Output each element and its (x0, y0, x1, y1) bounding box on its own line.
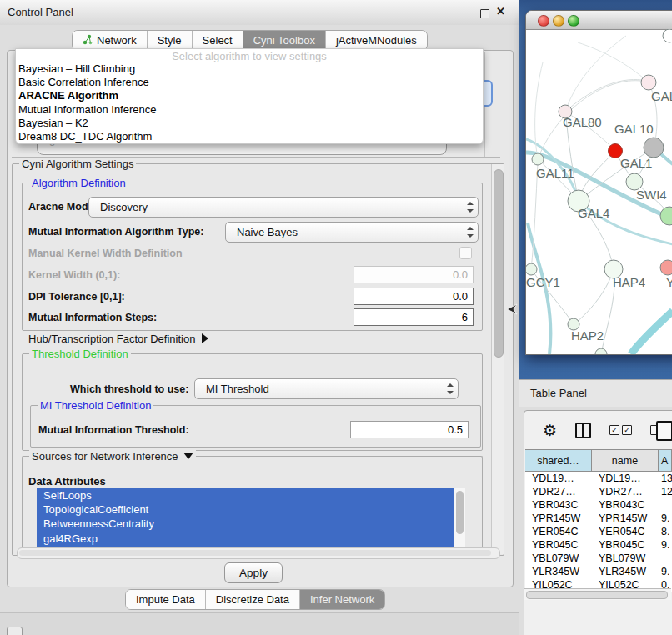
hub-definition-toggle[interactable]: Hub/Transcription Factor Definition (28, 332, 208, 345)
sources-group-title[interactable]: Sources for Network Inference (29, 450, 196, 462)
control-panel-tabbar: Network Style Select Cyni Toolbox jActiv… (0, 25, 519, 50)
table-cell: YBR045C (525, 538, 592, 552)
dropdown-item[interactable]: Bayesian – Hill Climbing (16, 62, 483, 76)
dropdown-item[interactable]: Bayesian – K2 (16, 117, 483, 130)
network-edge (576, 269, 614, 322)
table-cell: YPR145W (525, 512, 592, 525)
network-icon (83, 34, 93, 48)
table-row[interactable]: YBL079WYBL079W (525, 552, 672, 565)
application-window: Control Panel ✕ Network Style Select Cyn… (0, 0, 672, 635)
which-threshold-combo[interactable]: MI Threshold (194, 378, 459, 399)
aracne-mode-combo[interactable]: Discovery (88, 197, 479, 218)
list-item[interactable]: BetweennessCentrality (37, 517, 465, 531)
docked-panel-icon[interactable] (7, 627, 23, 635)
network-node[interactable] (526, 263, 537, 275)
tab-infer-network[interactable]: Infer Network (300, 590, 384, 609)
bottom-strip (0, 612, 519, 635)
dropdown-item[interactable]: Basic Correlation Inference (16, 76, 483, 89)
settings-scrollbar-thumb[interactable] (494, 169, 504, 358)
horizontal-scrollbar-thumb[interactable] (19, 550, 491, 556)
tab-network[interactable]: Network (73, 31, 148, 50)
apply-button[interactable]: Apply (224, 562, 283, 583)
table-row[interactable]: YDL19…YDL19…13 (525, 472, 672, 485)
dropdown-item[interactable]: Dream8 DC_TDC Algorithm (16, 130, 483, 143)
checked-box-icon: ✓ (622, 425, 632, 435)
dropdown-item-selected[interactable]: ARACNE Algorithm (16, 89, 483, 102)
list-item[interactable]: gal4RGexp (37, 532, 465, 546)
table-row[interactable]: YBR045CYBR045C9. (525, 538, 672, 552)
kernel-width-input[interactable]: 0.0 (354, 266, 474, 283)
dropdown-hint: Select algorithm to view settings (16, 50, 483, 62)
close-icon[interactable]: ✕ (496, 5, 505, 18)
zoom-window-icon[interactable] (568, 15, 579, 27)
tab-cyni-toolbox[interactable]: Cyni Toolbox (243, 31, 326, 50)
settings-gear-icon[interactable]: ⚙ (543, 421, 557, 440)
network-node[interactable] (644, 138, 664, 158)
network-node[interactable] (595, 348, 607, 354)
tab-network-label: Network (97, 34, 137, 47)
network-node[interactable] (532, 153, 544, 165)
network-node[interactable] (641, 75, 656, 90)
network-edge (565, 80, 646, 112)
aracne-mode-value: Discovery (89, 201, 463, 213)
column-layout-icon[interactable] (575, 422, 591, 438)
network-window-titlebar[interactable] (526, 11, 672, 30)
mi-type-value: Naive Bayes (226, 226, 463, 238)
table-row[interactable]: YER054CYER054C8. (525, 525, 672, 538)
list-item[interactable]: SelfLoops (37, 488, 465, 502)
expand-right-icon (202, 333, 208, 343)
table-row[interactable]: YPR145WYPR145W9. (525, 512, 672, 525)
tab-jactivemnodules[interactable]: jActiveMNodules (326, 31, 427, 50)
table-scrollbar-thumb[interactable] (526, 591, 668, 599)
tab-impute-data[interactable]: Impute Data (126, 590, 206, 609)
mi-type-combo[interactable]: Naive Bayes (225, 222, 479, 242)
table-cell (659, 498, 672, 512)
list-item[interactable]: TopologicalCoefficient (37, 502, 465, 517)
dropdown-item[interactable]: Mutual Information Inference (16, 103, 483, 117)
dpi-tolerance-input[interactable]: 0.0 (354, 288, 474, 305)
minimize-window-icon[interactable] (553, 15, 564, 27)
table-panel-title: Table Panel (530, 387, 587, 399)
table-cell: YBR045C (592, 538, 659, 552)
aracne-mode-label: Aracne Mode: (28, 201, 98, 212)
table-cell: YER054C (525, 525, 592, 538)
select-all-checkboxes-icon[interactable]: ✓ ✓ (609, 425, 632, 435)
which-threshold-label: Which threshold to use: (70, 383, 188, 395)
column-header-shared-name[interactable]: shared… (525, 450, 592, 471)
node-label: HAP4 (613, 275, 645, 289)
tab-discretize-data[interactable]: Discretize Data (206, 590, 300, 609)
float-panel-icon[interactable] (480, 9, 489, 18)
list-scrollbar-thumb[interactable] (456, 491, 464, 534)
network-node[interactable] (660, 260, 672, 275)
table-cell (659, 552, 672, 565)
tab-select[interactable]: Select (193, 31, 243, 50)
column-header-name[interactable]: name (592, 450, 659, 471)
table-row[interactable]: YBR043CYBR043C (525, 498, 672, 512)
tab-style[interactable]: Style (148, 31, 193, 50)
network-node[interactable] (663, 29, 672, 42)
close-window-icon[interactable] (538, 15, 549, 27)
mouse-cursor (505, 302, 519, 316)
table-row[interactable]: YLR345WYLR345W9. (525, 565, 672, 578)
network-node[interactable] (660, 207, 672, 225)
settings-scrollbar[interactable] (491, 164, 504, 554)
mi-steps-input[interactable]: 6 (354, 308, 474, 326)
data-attributes-label: Data Attributes (28, 475, 106, 488)
settings-horizontal-scrollbar[interactable] (17, 548, 500, 559)
function-builder-icon[interactable] (656, 421, 672, 441)
column-header-clipped[interactable]: A (659, 450, 672, 471)
data-attributes-list[interactable]: SelfLoops TopologicalCoefficient Between… (37, 488, 465, 547)
table-cell: YBR043C (525, 498, 592, 512)
table-row[interactable]: YDR27…YDR27…12 (525, 485, 672, 498)
list-scrollbar[interactable] (454, 488, 465, 547)
control-panel-title: Control Panel (8, 6, 73, 18)
table-toolbar: ⚙ ✓ ✓ (524, 411, 672, 449)
hub-definition-label: Hub/Transcription Factor Definition (28, 332, 195, 345)
network-canvas[interactable]: GALGAL80GAL10GAL11GAL1SWI4GAL4GCY1HAP4YH… (526, 29, 672, 354)
manual-kernel-checkbox[interactable] (459, 247, 472, 259)
mi-threshold-input[interactable]: 0.5 (350, 421, 469, 438)
dpi-tolerance-label: DPI Tolerance [0,1]: (28, 291, 125, 302)
network-edge (565, 36, 626, 112)
table-cell: 9. (659, 512, 672, 525)
table-horizontal-scrollbar[interactable] (524, 588, 671, 600)
